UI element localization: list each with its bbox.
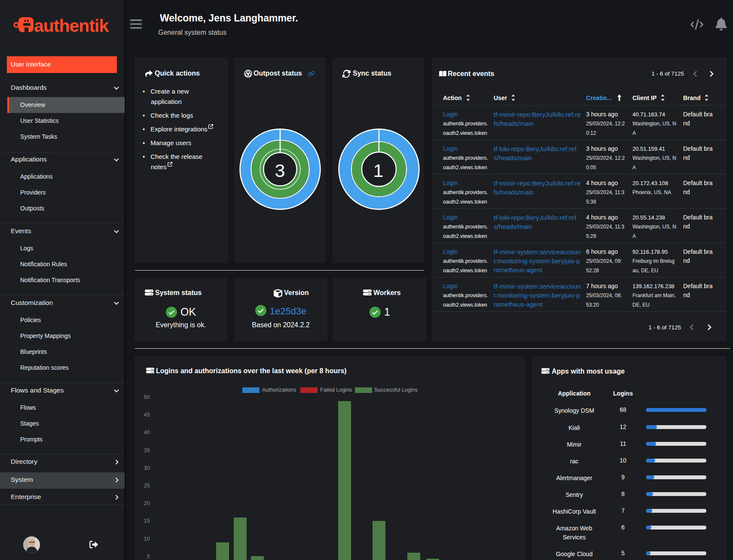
svg-text:authentik: authentik	[34, 16, 109, 35]
